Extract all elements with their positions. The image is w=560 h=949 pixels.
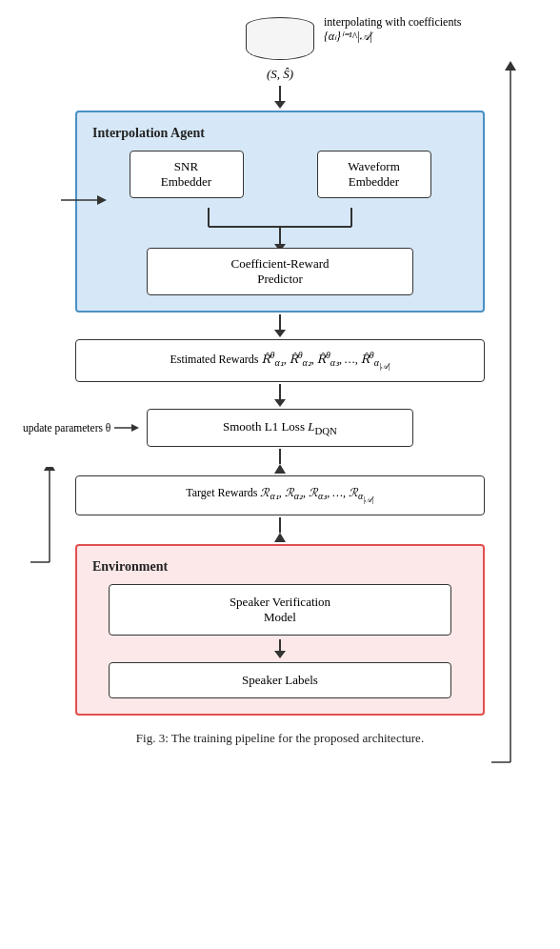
snr-embedder-label: SNREmbedder [161,159,211,189]
waveform-embedder-box: WaveformEmbedder [317,151,431,198]
arrow-estimated-to-smooth [23,384,537,407]
predictor-box: Coefficient-RewardPredictor [147,248,413,295]
svg-marker-6 [131,424,139,432]
db-section: interpolating with coefficients {αᵢ}ⁱ⁼¹^… [23,17,537,82]
environment-box: Environment Speaker Verification Model S… [75,544,485,716]
arrow-env-to-target [23,517,537,542]
embedder-connector-svg [147,208,413,248]
target-rewards-label: Target Rewards ℛα₁, ℛα₂, ℛα₃, …, ℛα|𝒜| [186,486,374,499]
smooth-l1-label: Smooth L1 Loss LDQN [223,419,337,434]
diagram-container: interpolating with coefficients {αᵢ}ⁱ⁼¹^… [23,0,537,765]
target-rewards-box: Target Rewards ℛα₁, ℛα₂, ℛα₃, …, ℛα|𝒜| [75,475,485,515]
speaker-labels-box: Speaker Labels [109,662,451,698]
speaker-verification-box: Speaker Verification Model [109,584,451,636]
update-params-arrow [114,420,143,435]
update-params-label: update parameters θ [23,422,110,434]
estimated-rewards-row: Estimated Rewards R̂θα₁, R̂θα₂, R̂θα₃, …… [23,339,537,382]
db-label: (S, Ŝ) [267,67,293,82]
snr-embedder-box: SNREmbedder [130,151,244,198]
arrow-interp-to-estimated [23,314,537,337]
estimated-rewards-box: Estimated Rewards R̂θα₁, R̂θα₂, R̂θα₃, …… [75,339,485,382]
interp-agent-label: Interpolation Agent [92,126,468,141]
caption: Fig. 3: The training pipeline for the pr… [23,731,537,746]
speaker-verification-label: Speaker Verification Model [230,595,330,624]
db-body [246,26,314,60]
waveform-embedder-label: WaveformEmbedder [348,159,400,189]
arrow-target-to-smooth [23,449,537,474]
smooth-l1-box: Smooth L1 Loss LDQN [147,409,413,447]
predictor-label: Coefficient-RewardPredictor [231,256,330,286]
embedders-row: SNREmbedder WaveformEmbedder [92,151,468,198]
update-params-area: update parameters θ [23,420,143,435]
environment-label: Environment [92,559,468,575]
svg-marker-7 [274,464,286,474]
target-rewards-row: Target Rewards ℛα₁, ℛα₂, ℛα₃, …, ℛα|𝒜| [23,475,537,515]
svg-marker-8 [274,533,286,542]
database-symbol [246,17,314,65]
estimated-rewards-label: Estimated Rewards R̂θα₁, R̂θα₂, R̂θα₃, …… [170,353,390,366]
arrow-db-to-interp [23,86,537,109]
smooth-l1-row: update parameters θ Smooth L1 Loss LDQN [23,409,537,447]
interpolation-agent-box: Interpolation Agent SNREmbedder Waveform… [75,111,485,313]
speaker-labels-label: Speaker Labels [242,673,318,687]
arrow-sv-to-labels [92,639,468,658]
db-annotation: interpolating with coefficients {αᵢ}ⁱ⁼¹^… [324,15,514,44]
